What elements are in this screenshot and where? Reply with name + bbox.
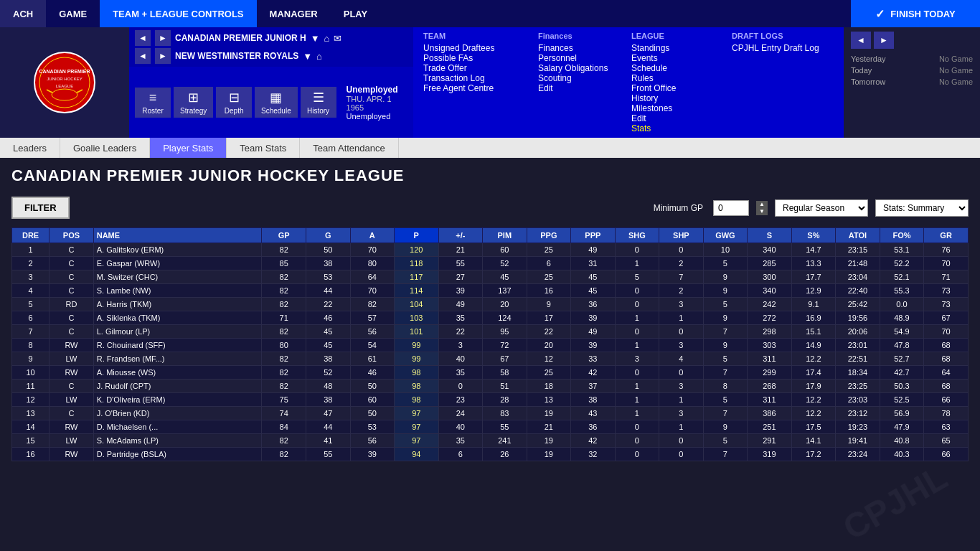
th-gr[interactable]: GR: [924, 228, 969, 243]
edit-finances-link[interactable]: Edit: [538, 83, 611, 93]
cell-pm: 22: [438, 325, 483, 339]
cell-pim: 60: [483, 243, 527, 257]
possible-fas-link[interactable]: Possible FAs: [423, 53, 518, 63]
scouting-link[interactable]: Scouting: [538, 73, 611, 83]
yesterday-label: Yesterday: [851, 55, 886, 63]
strategy-button[interactable]: ⊞ Strategy: [174, 87, 213, 118]
table-row[interactable]: 7CL. Gilmour (LP)82455610122952249007298…: [12, 325, 969, 339]
cell-gwg: 5: [703, 257, 748, 270]
schedule-link[interactable]: Schedule: [631, 63, 676, 73]
th-name[interactable]: NAME: [93, 228, 262, 243]
filter-bar: FILTER Minimum GP ▲ ▼ Regular Season Sta…: [11, 197, 969, 219]
nav-play[interactable]: PLAY: [331, 0, 380, 27]
stats-select[interactable]: Stats: Summary: [875, 199, 969, 217]
trade-offer-link[interactable]: Trade Offer: [423, 63, 518, 73]
season-select[interactable]: Regular Season: [775, 199, 868, 217]
prev-schedule-button[interactable]: ◄: [851, 32, 871, 49]
table-row[interactable]: 15LWS. McAdams (LP)824156973524119420052…: [12, 434, 969, 448]
transaction-log-link[interactable]: Transaction Log: [423, 73, 518, 83]
unsigned-draftees-link[interactable]: Unsigned Draftees: [423, 43, 518, 53]
next-schedule-button[interactable]: ►: [874, 32, 894, 49]
th-pm[interactable]: +/-: [438, 228, 483, 243]
sub-navigation: Leaders Goalie Leaders Player Stats Team…: [0, 138, 980, 158]
stats-table-container[interactable]: DRE POS NAME GP G A P +/- PIM PPG PPP SH…: [11, 227, 969, 461]
th-s[interactable]: S: [748, 228, 792, 243]
tab-player-stats[interactable]: Player Stats: [150, 138, 227, 158]
nav-manager[interactable]: MANAGER: [257, 0, 331, 27]
nav-team-league[interactable]: TEAM + LEAGUE CONTROLS: [100, 0, 256, 27]
front-office-link[interactable]: Front Office: [631, 83, 676, 93]
th-p[interactable]: P: [395, 228, 439, 243]
table-row[interactable]: 13CJ. O'Brien (KD)7447509724831943137386…: [12, 407, 969, 420]
th-gp[interactable]: GP: [262, 228, 306, 243]
table-row[interactable]: 1CA. Galitskov (ERM)82507012021602549001…: [12, 243, 969, 257]
cell-dre: 12: [12, 393, 50, 407]
table-row[interactable]: 4CS. Lambe (NW)8244701143913716450293401…: [12, 284, 969, 298]
cell-fop: 50.3: [880, 380, 924, 393]
th-fop[interactable]: FO%: [880, 228, 924, 243]
finish-today-button[interactable]: ✓ FINISH TODAY: [851, 0, 980, 27]
tab-team-attendance[interactable]: Team Attendance: [300, 138, 398, 158]
min-gp-input[interactable]: [713, 200, 749, 216]
th-shg[interactable]: SHG: [615, 228, 659, 243]
cell-gwg: 7: [703, 448, 748, 461]
nav-game[interactable]: GAME: [46, 0, 100, 27]
table-row[interactable]: 11CJ. Rudolf (CPT)8248509805118371382681…: [12, 380, 969, 393]
tab-team-stats[interactable]: Team Stats: [227, 138, 300, 158]
depth-button[interactable]: ⊟ Depth: [216, 87, 252, 118]
table-row[interactable]: 6CA. Siklenka (TKM)714657103351241739119…: [12, 311, 969, 325]
cpjhl-draft-link[interactable]: CPJHL Entry Draft Log: [732, 43, 834, 53]
events-link[interactable]: Events: [631, 53, 676, 63]
th-pos[interactable]: POS: [50, 228, 94, 243]
th-dre[interactable]: DRE: [12, 228, 50, 243]
salary-link[interactable]: Salary Obligations: [538, 63, 611, 73]
table-row[interactable]: 12LWK. D'Oliveira (ERM)75386098232813381…: [12, 393, 969, 407]
roster-button[interactable]: ≡ Roster: [135, 88, 171, 118]
history-link[interactable]: History: [631, 93, 676, 103]
cell-g: 44: [306, 420, 351, 434]
th-sp[interactable]: S%: [791, 228, 836, 243]
cell-pm: 35: [438, 311, 483, 325]
th-atoi[interactable]: ATOI: [836, 228, 880, 243]
table-row[interactable]: 2CE. Gaspar (WRW)85388011855526311252851…: [12, 257, 969, 270]
th-a[interactable]: A: [350, 228, 395, 243]
history-button[interactable]: ☰ History: [301, 87, 336, 118]
th-gwg[interactable]: GWG: [703, 228, 748, 243]
schedule-button[interactable]: ▦ Schedule: [255, 87, 297, 118]
next-team1-button[interactable]: ►: [155, 30, 171, 46]
milestones-link[interactable]: Milestones: [631, 103, 676, 113]
table-row[interactable]: 16RWD. Partridge (BSLA)82553994626193200…: [12, 448, 969, 461]
tab-leaders[interactable]: Leaders: [0, 138, 60, 158]
table-row[interactable]: 10RWA. Miousse (WS)825246983558254200729…: [12, 366, 969, 380]
stats-link[interactable]: Stats: [631, 123, 676, 133]
cell-gwg: 9: [703, 311, 748, 325]
gp-down-button[interactable]: ▼: [756, 208, 768, 215]
edit-league-link[interactable]: Edit: [631, 113, 676, 123]
standings-link[interactable]: Standings: [631, 43, 676, 53]
cell-pim: 137: [483, 284, 527, 298]
finances-link[interactable]: Finances: [538, 43, 611, 53]
gp-up-button[interactable]: ▲: [756, 201, 768, 208]
th-ppp[interactable]: PPP: [571, 228, 616, 243]
table-row[interactable]: 5RDA. Harris (TKM)8222821044920936035242…: [12, 298, 969, 311]
tab-goalie-leaders[interactable]: Goalie Leaders: [60, 138, 150, 158]
rules-link[interactable]: Rules: [631, 73, 676, 83]
prev-team2-button[interactable]: ◄: [135, 48, 151, 64]
table-row[interactable]: 14RWD. Michaelsen (...844453974055213601…: [12, 420, 969, 434]
personnel-link[interactable]: Personnel: [538, 53, 611, 63]
cell-a: 82: [350, 298, 395, 311]
table-row[interactable]: 8RWR. Chouinard (SFF)8045549937220391393…: [12, 339, 969, 352]
table-row[interactable]: 3CM. Switzer (CHC)8253641172745254557930…: [12, 270, 969, 284]
next-team2-button[interactable]: ►: [155, 48, 171, 64]
th-g[interactable]: G: [306, 228, 351, 243]
table-row[interactable]: 9LWR. Frandsen (MF...)823861994067123334…: [12, 352, 969, 366]
prev-team1-button[interactable]: ◄: [135, 30, 151, 46]
th-ppg[interactable]: PPG: [527, 228, 571, 243]
filter-button[interactable]: FILTER: [11, 197, 70, 219]
cell-shg: 1: [615, 339, 659, 352]
free-agent-centre-link[interactable]: Free Agent Centre: [423, 83, 518, 93]
main-content: CANADIAN PREMIER JUNIOR HOCKEY LEAGUE FI…: [0, 158, 980, 470]
nav-ach[interactable]: ACH: [0, 0, 46, 27]
th-pim[interactable]: PIM: [483, 228, 527, 243]
th-shp[interactable]: SHP: [659, 228, 704, 243]
